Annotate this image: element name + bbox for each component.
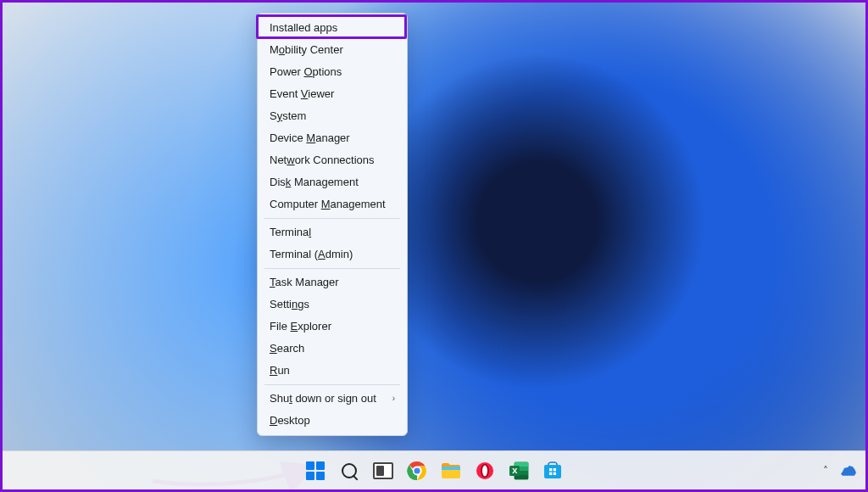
svg-rect-16 bbox=[554, 468, 556, 471]
menu-item-computer-management[interactable]: Computer Management bbox=[258, 193, 407, 215]
menu-item-event-viewer[interactable]: Event Viewer bbox=[258, 83, 407, 105]
menu-item-label: Run bbox=[270, 360, 290, 382]
menu-item-shut-down-or-sign-out[interactable]: Shut down or sign out› bbox=[258, 388, 407, 410]
folder-icon bbox=[441, 461, 461, 480]
menu-item-label: Desktop bbox=[270, 410, 310, 432]
menu-item-network-connections[interactable]: Network Connections bbox=[258, 149, 407, 171]
menu-item-search[interactable]: Search bbox=[258, 338, 407, 360]
menu-item-label: Network Connections bbox=[270, 149, 375, 171]
menu-item-installed-apps[interactable]: Installed apps bbox=[258, 17, 407, 39]
svg-rect-4 bbox=[442, 467, 460, 470]
menu-item-label: Shut down or sign out bbox=[270, 388, 376, 410]
menu-separator bbox=[264, 384, 400, 385]
store-button[interactable] bbox=[542, 460, 564, 482]
desktop-wallpaper bbox=[3, 3, 865, 489]
system-tray: ˄ bbox=[823, 451, 857, 489]
menu-item-settings[interactable]: Settings bbox=[258, 294, 407, 316]
menu-item-label: Search bbox=[270, 338, 304, 360]
svg-point-2 bbox=[414, 467, 420, 473]
menu-separator bbox=[264, 218, 400, 219]
menu-item-file-explorer[interactable]: File Explorer bbox=[258, 316, 407, 338]
menu-item-label: Task Manager bbox=[270, 271, 339, 294]
menu-item-desktop[interactable]: Desktop bbox=[258, 410, 407, 432]
menu-item-label: Computer Management bbox=[270, 193, 386, 215]
svg-rect-17 bbox=[549, 472, 552, 474]
opera-icon bbox=[476, 461, 494, 480]
menu-item-label: System bbox=[270, 105, 306, 127]
menu-separator bbox=[264, 268, 400, 269]
menu-item-label: File Explorer bbox=[270, 316, 331, 338]
opera-button[interactable] bbox=[474, 460, 496, 482]
menu-item-label: Event Viewer bbox=[270, 83, 334, 105]
start-button[interactable] bbox=[304, 460, 326, 482]
menu-item-label: Terminal bbox=[270, 221, 311, 243]
winx-context-menu: Installed appsMobility CenterPower Optio… bbox=[257, 13, 408, 436]
taskbar-center bbox=[304, 460, 564, 482]
chrome-icon bbox=[407, 461, 427, 481]
menu-item-terminal[interactable]: Terminal bbox=[258, 221, 407, 243]
svg-rect-15 bbox=[549, 468, 552, 471]
menu-item-disk-management[interactable]: Disk Management bbox=[258, 171, 407, 193]
windows-logo-icon bbox=[306, 461, 325, 480]
svg-rect-18 bbox=[554, 472, 556, 474]
excel-icon bbox=[509, 461, 529, 480]
excel-button[interactable] bbox=[508, 460, 530, 482]
menu-item-run[interactable]: Run bbox=[258, 360, 407, 382]
tray-overflow-chevron-icon[interactable]: ˄ bbox=[823, 465, 828, 477]
search-button[interactable] bbox=[338, 460, 360, 482]
menu-item-system[interactable]: System bbox=[258, 105, 407, 127]
onedrive-sync-icon[interactable] bbox=[840, 465, 857, 477]
svg-point-7 bbox=[482, 465, 487, 476]
menu-item-terminal-admin[interactable]: Terminal (Admin) bbox=[258, 243, 407, 266]
store-icon bbox=[542, 461, 563, 480]
menu-item-label: Installed apps bbox=[270, 17, 337, 39]
menu-item-mobility-center[interactable]: Mobility Center bbox=[258, 39, 407, 61]
task-view-icon bbox=[373, 462, 393, 479]
menu-item-label: Power Options bbox=[270, 61, 342, 83]
menu-item-power-options[interactable]: Power Options bbox=[258, 61, 407, 83]
taskbar: ˄ bbox=[3, 450, 865, 489]
chevron-right-icon: › bbox=[392, 388, 395, 410]
svg-rect-14 bbox=[544, 465, 561, 478]
file-explorer-button[interactable] bbox=[440, 460, 462, 482]
search-icon bbox=[342, 463, 357, 478]
task-view-button[interactable] bbox=[372, 460, 394, 482]
menu-item-task-manager[interactable]: Task Manager bbox=[258, 271, 407, 294]
menu-item-label: Disk Management bbox=[270, 171, 359, 193]
menu-item-label: Device Manager bbox=[270, 127, 350, 149]
menu-item-label: Settings bbox=[270, 294, 309, 316]
chrome-button[interactable] bbox=[406, 460, 428, 482]
menu-item-device-manager[interactable]: Device Manager bbox=[258, 127, 407, 149]
menu-item-label: Terminal (Admin) bbox=[270, 243, 353, 266]
menu-item-label: Mobility Center bbox=[270, 39, 343, 61]
